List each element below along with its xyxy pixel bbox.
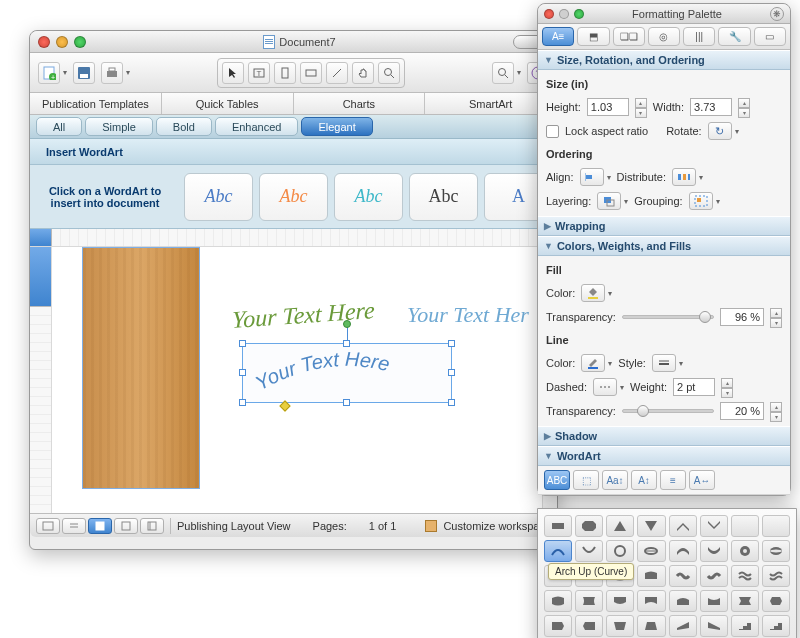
palette-tab-reference[interactable]: ◎ <box>648 27 680 46</box>
shape-deflate-bottom[interactable] <box>637 590 665 612</box>
distribute-dropdown-icon[interactable]: ▾ <box>699 173 703 182</box>
weight-input[interactable]: 2 pt <box>673 378 715 396</box>
shape-chevron-up[interactable] <box>669 515 697 537</box>
workspace-swatch[interactable] <box>425 520 437 532</box>
line-transparency-stepper[interactable]: ▴▾ <box>770 402 782 420</box>
dashed-button[interactable] <box>593 378 617 396</box>
shape-inflate-bottom[interactable] <box>606 590 634 612</box>
wood-image-placeholder[interactable] <box>82 247 200 489</box>
palette-settings-icon[interactable]: ❋ <box>770 7 784 21</box>
pointer-tool[interactable] <box>222 62 244 84</box>
fill-transparency-value[interactable]: 96 % <box>720 308 764 326</box>
wordart-sample-3[interactable]: Abc <box>334 173 403 221</box>
section-size-header[interactable]: ▼ Size, Rotation, and Ordering <box>538 50 790 70</box>
new-document-button[interactable]: + <box>38 62 60 84</box>
shape-button-pour[interactable] <box>762 540 790 562</box>
selection-frame[interactable] <box>242 343 452 403</box>
shape-ring-in[interactable] <box>731 515 759 537</box>
shape-double-wave2[interactable] <box>762 565 790 587</box>
shape-deflate-inflate[interactable] <box>731 590 759 612</box>
wordart-same-heights-button[interactable]: Aa↕ <box>602 470 628 490</box>
layering-button[interactable] <box>597 192 621 210</box>
grouping-button[interactable] <box>689 192 713 210</box>
zoom-dropdown[interactable] <box>492 62 514 84</box>
shape-cascade-up[interactable] <box>731 615 759 637</box>
distribute-button[interactable] <box>672 168 696 186</box>
shape-can-down[interactable] <box>637 565 665 587</box>
shape-wave1[interactable] <box>669 565 697 587</box>
palette-tab-object[interactable]: ⬒ <box>577 27 609 46</box>
shape-double-wave1[interactable] <box>731 565 759 587</box>
palette-minimize-button[interactable] <box>559 9 569 19</box>
shape-inflate-top[interactable] <box>669 590 697 612</box>
shape-slant-up[interactable] <box>669 615 697 637</box>
layering-dropdown-icon[interactable]: ▾ <box>624 197 628 206</box>
height-stepper[interactable]: ▴▾ <box>635 98 647 116</box>
wordart-object-1[interactable]: Your Text Here <box>232 297 375 334</box>
shape-circle-pour[interactable] <box>731 540 759 562</box>
view-outline[interactable] <box>62 518 86 534</box>
rectangle-tool[interactable] <box>300 62 322 84</box>
shape-button-curve[interactable] <box>637 540 665 562</box>
align-dropdown-icon[interactable]: ▾ <box>607 173 611 182</box>
wordart-spacing-button[interactable]: A↔ <box>689 470 715 490</box>
height-input[interactable]: 1.03 <box>587 98 629 116</box>
shape-inflate[interactable] <box>544 590 572 612</box>
line-tool[interactable] <box>326 62 348 84</box>
shape-arch-up-curve[interactable] <box>544 540 572 562</box>
shape-inflate-deflate[interactable] <box>762 590 790 612</box>
palette-tab-formatting[interactable]: A≡ <box>542 27 574 46</box>
palette-close-button[interactable] <box>544 9 554 19</box>
shape-stop[interactable] <box>575 515 603 537</box>
shape-fade-down[interactable] <box>637 615 665 637</box>
canvas[interactable]: Your Text Here Your Text Her Your Text H… <box>52 247 557 513</box>
tab-quick-tables[interactable]: Quick Tables <box>162 93 294 114</box>
rotate-handle[interactable] <box>343 320 351 328</box>
fill-color-button[interactable] <box>581 284 605 302</box>
view-publishing-layout[interactable] <box>88 518 112 534</box>
style-tab-enhanced[interactable]: Enhanced <box>215 117 299 136</box>
wordart-sample-2[interactable]: Abc <box>259 173 328 221</box>
shape-triangle-down[interactable] <box>637 515 665 537</box>
wordart-shape-button[interactable]: ABC <box>544 470 570 490</box>
zoom-dropdown-icon[interactable]: ▾ <box>517 68 521 77</box>
style-tab-all[interactable]: All <box>36 117 82 136</box>
wordart-alignment-button[interactable]: ≡ <box>660 470 686 490</box>
text-box-tool[interactable]: T <box>248 62 270 84</box>
shape-fade-up[interactable] <box>606 615 634 637</box>
resize-handle-w[interactable] <box>239 369 246 376</box>
resize-handle-nw[interactable] <box>239 340 246 347</box>
shape-fade-right[interactable] <box>544 615 572 637</box>
adjustment-handle[interactable] <box>279 400 290 411</box>
tab-publication-templates[interactable]: Publication Templates <box>30 93 162 114</box>
resize-handle-s[interactable] <box>343 399 350 406</box>
width-stepper[interactable]: ▴▾ <box>738 98 750 116</box>
resize-handle-se[interactable] <box>448 399 455 406</box>
fill-transparency-slider[interactable] <box>622 315 714 319</box>
resize-handle-ne[interactable] <box>448 340 455 347</box>
wordart-format-button[interactable]: ⬚ <box>573 470 599 490</box>
lock-aspect-checkbox[interactable] <box>546 125 559 138</box>
hand-tool[interactable] <box>352 62 374 84</box>
print-button[interactable] <box>101 62 123 84</box>
view-print-layout[interactable] <box>114 518 138 534</box>
view-notebook[interactable] <box>140 518 164 534</box>
palette-tab-compatibility[interactable]: ||| <box>683 27 715 46</box>
shape-deflate[interactable] <box>575 590 603 612</box>
shape-plain[interactable] <box>544 515 572 537</box>
palette-zoom-button[interactable] <box>574 9 584 19</box>
wordart-sample-1[interactable]: Abc <box>184 173 253 221</box>
line-transparency-slider[interactable] <box>622 409 714 413</box>
line-transparency-value[interactable]: 20 % <box>720 402 764 420</box>
minimize-window-button[interactable] <box>56 36 68 48</box>
shape-arch-up-pour[interactable] <box>669 540 697 562</box>
fill-transparency-stepper[interactable]: ▴▾ <box>770 308 782 326</box>
shape-fade-left[interactable] <box>575 615 603 637</box>
grouping-dropdown-icon[interactable]: ▾ <box>716 197 720 206</box>
shape-ring-out[interactable] <box>762 515 790 537</box>
resize-handle-n[interactable] <box>343 340 350 347</box>
line-color-button[interactable] <box>581 354 605 372</box>
vertical-text-tool[interactable] <box>274 62 296 84</box>
shape-triangle-up[interactable] <box>606 515 634 537</box>
style-tab-elegant[interactable]: Elegant <box>301 117 372 136</box>
